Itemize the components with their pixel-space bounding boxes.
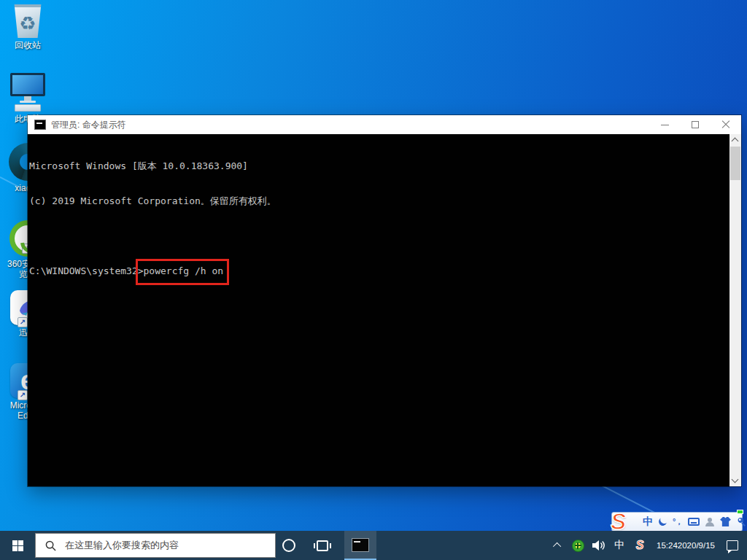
terminal-command: powercfg /h on (144, 265, 224, 276)
taskbar-cmd-button-active[interactable] (344, 531, 376, 560)
fullwidth-moon-icon[interactable] (659, 518, 667, 526)
tray-sogou-button[interactable]: S (629, 531, 651, 560)
terminal-line: (c) 2019 Microsoft Corporation。保留所有权利。 (29, 195, 728, 207)
system-tray: 中 S 15:24 2020/9/15 (549, 531, 747, 560)
skin-tshirt-icon[interactable] (720, 517, 731, 526)
shortcut-arrow-icon: ↗ (18, 390, 28, 400)
tray-ime-indicator[interactable]: 中 (610, 531, 629, 560)
terminal-output[interactable]: Microsoft Windows [版本 10.0.18363.900] (c… (28, 134, 741, 486)
terminal-blank-line (29, 230, 728, 242)
tray-360-button[interactable] (568, 531, 588, 560)
task-view-icon (317, 540, 328, 551)
start-button[interactable] (0, 531, 35, 560)
chevron-up-icon (553, 542, 561, 551)
sogou-logo-icon[interactable]: S (611, 509, 626, 534)
maximize-button[interactable] (680, 115, 711, 134)
this-pc-icon (1, 73, 54, 112)
punctuation-mode-icon[interactable]: °， (673, 516, 682, 527)
search-icon (45, 540, 56, 551)
tray-chevron-button[interactable] (549, 531, 568, 560)
sogou-status-indicator (737, 510, 743, 514)
shortcut-arrow-icon: ↗ (18, 317, 28, 327)
tray-volume-button[interactable] (588, 531, 610, 560)
desktop: ♻ 回收站 此电脑 xiaoba ↗ 360安全浏 览器 ↗ 迅 (0, 0, 747, 560)
search-placeholder: 在这里输入你要搜索的内容 (65, 539, 179, 552)
cmd-window-icon (34, 120, 46, 130)
window-titlebar[interactable]: 管理员: 命令提示符 (28, 115, 741, 134)
task-view-button[interactable] (306, 531, 338, 560)
desktop-icon-label: 回收站 (1, 40, 54, 50)
terminal-prompt: C:\WINDOWS\system32> (29, 265, 144, 276)
taskbar: 在这里输入你要搜索的内容 中 S 15:24 (0, 531, 747, 560)
settings-wrench-icon[interactable] (737, 517, 747, 527)
360-tray-icon (572, 540, 584, 552)
ime-chinese-mode-icon[interactable]: 中 (643, 516, 653, 529)
window-title: 管理员: 命令提示符 (51, 119, 126, 131)
clock-time: 15:24 (657, 540, 678, 551)
clock-date: 2020/9/15 (678, 540, 715, 551)
scroll-down-icon[interactable] (732, 476, 739, 483)
minimize-icon (661, 125, 669, 125)
sogou-tray-icon: S (636, 539, 644, 552)
account-person-icon[interactable] (705, 518, 714, 526)
desktop-icon-recycle-bin[interactable]: ♻ 回收站 (1, 4, 54, 50)
taskbar-search-input[interactable]: 在这里输入你要搜索的内容 (35, 533, 276, 558)
cmd-app-icon (352, 538, 369, 552)
terminal-scrollbar[interactable] (729, 134, 741, 486)
cortana-button[interactable] (276, 531, 302, 560)
maximize-icon (692, 121, 699, 128)
minimize-button[interactable] (649, 115, 680, 134)
windows-logo-icon (12, 540, 23, 551)
scroll-up-icon[interactable] (732, 138, 739, 145)
taskbar-clock[interactable]: 15:24 2020/9/15 (651, 531, 721, 560)
close-icon (721, 120, 730, 129)
soft-keyboard-icon[interactable] (688, 518, 700, 526)
terminal-line: Microsoft Windows [版本 10.0.18363.900] (29, 160, 728, 172)
cortana-circle-icon (282, 539, 295, 552)
sogou-input-toolbar: S 中 °， (611, 512, 743, 532)
close-button[interactable] (711, 115, 741, 134)
scrollbar-thumb[interactable] (730, 147, 740, 180)
action-center-button[interactable] (721, 531, 744, 560)
terminal-prompt-line: C:\WINDOWS\system32>powercfg /h on (29, 265, 728, 277)
speaker-icon (592, 540, 606, 551)
recycle-bin-icon: ♻ (1, 4, 54, 38)
action-center-icon (727, 540, 738, 551)
command-prompt-window: 管理员: 命令提示符 Microsoft Windows [版本 10.0.18… (28, 115, 741, 486)
